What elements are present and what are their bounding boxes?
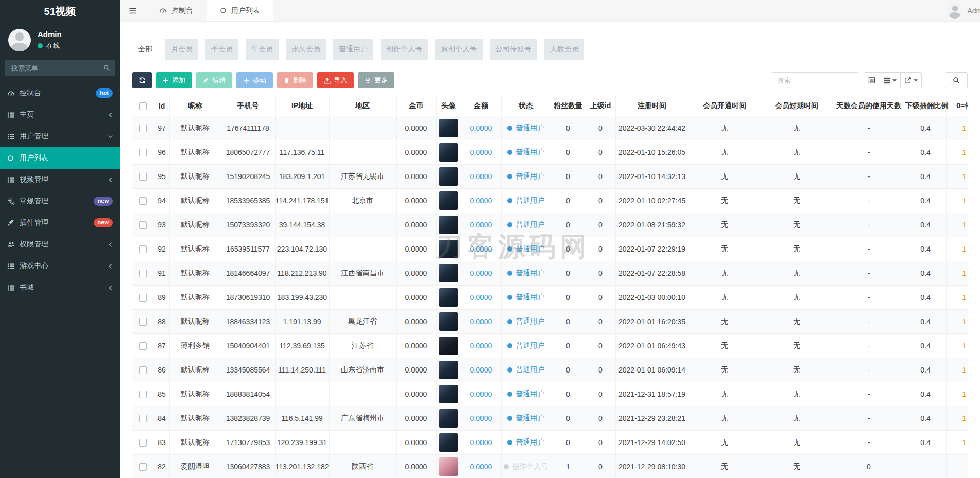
status-badge[interactable]: 普通用户 xyxy=(507,293,545,302)
user-avatar-image[interactable] xyxy=(439,433,458,452)
row-checkbox[interactable] xyxy=(139,342,147,350)
status-badge[interactable]: 普通用户 xyxy=(507,317,545,326)
amount-link[interactable]: 0.0000 xyxy=(470,342,492,350)
column-header-avatar[interactable]: 头像 xyxy=(436,96,461,116)
amount-link[interactable]: 0.0000 xyxy=(470,221,492,229)
row-checkbox[interactable] xyxy=(139,318,147,326)
column-header-days_used[interactable]: 天数会员的使用天数 xyxy=(833,96,905,116)
status-badge[interactable]: 普通用户 xyxy=(507,123,545,133)
user-avatar-image[interactable] xyxy=(439,216,458,234)
topbar-user-menu[interactable]: Admin xyxy=(947,0,980,22)
user-avatar-image[interactable] xyxy=(439,191,458,210)
column-header-id[interactable]: Id xyxy=(154,96,169,116)
status-badge[interactable]: 普通用户 xyxy=(507,341,545,350)
row-checkbox[interactable] xyxy=(139,173,147,181)
sidebar-item-game-center[interactable]: 游戏中心 xyxy=(0,255,120,277)
user-avatar-image[interactable] xyxy=(439,240,458,258)
column-header-nickname[interactable]: 昵称 xyxy=(169,96,221,116)
row-checkbox[interactable] xyxy=(139,463,147,471)
row-checkbox[interactable] xyxy=(139,270,147,277)
amount-link[interactable]: 0.0000 xyxy=(470,438,492,447)
user-avatar-image[interactable] xyxy=(439,409,458,428)
amount-link[interactable]: 0.0000 xyxy=(470,390,492,398)
amount-link[interactable]: 0.0000 xyxy=(470,463,492,471)
column-header-ip[interactable]: IP地址 xyxy=(275,96,329,116)
column-header-status[interactable]: 状态 xyxy=(501,96,551,116)
row-checkbox[interactable] xyxy=(139,125,147,132)
status-badge[interactable]: 普通用户 xyxy=(507,220,545,229)
column-header-flag[interactable]: 0=停 xyxy=(946,96,968,116)
filter-tab-3[interactable]: 年会员 xyxy=(246,39,279,60)
tab-console[interactable]: 控制台 xyxy=(146,0,207,21)
row-checkbox[interactable] xyxy=(139,294,147,302)
status-badge[interactable]: 普通用户 xyxy=(507,390,545,399)
filter-tab-2[interactable]: 季会员 xyxy=(205,39,238,60)
column-header-parent_id[interactable]: 上级id xyxy=(586,96,615,116)
column-header-commission[interactable]: 下级抽佣比例 xyxy=(905,96,946,116)
hamburger-icon[interactable] xyxy=(120,0,146,21)
user-avatar-image[interactable] xyxy=(439,264,458,282)
amount-link[interactable]: 0.0000 xyxy=(470,245,492,253)
column-header-vip_end[interactable]: 会员过期时间 xyxy=(761,96,833,116)
sidebar-item-general-mgmt[interactable]: 常规管理new xyxy=(0,190,120,212)
status-badge[interactable]: 普通用户 xyxy=(507,244,545,254)
status-badge[interactable]: 普通用户 xyxy=(507,269,545,278)
table-search-input[interactable] xyxy=(772,72,858,88)
edit-button[interactable]: 编辑 xyxy=(196,72,232,88)
status-badge[interactable]: 普通用户 xyxy=(507,196,545,205)
amount-link[interactable]: 0.0000 xyxy=(470,317,492,326)
row-checkbox[interactable] xyxy=(139,149,147,156)
status-badge[interactable]: 普通用户 xyxy=(507,414,545,423)
sidebar-item-perm-mgmt[interactable]: 权限管理 xyxy=(0,234,120,255)
column-header-phone[interactable]: 手机号 xyxy=(221,96,275,116)
user-avatar-image[interactable] xyxy=(439,143,458,162)
sidebar-search-input[interactable] xyxy=(5,60,115,76)
row-checkbox[interactable] xyxy=(139,221,147,229)
tab-user-list[interactable]: 用户列表 xyxy=(207,0,273,21)
sidebar-item-user-mgmt[interactable]: 用户管理 xyxy=(0,126,120,147)
column-header-coins[interactable]: 金币 xyxy=(396,96,436,116)
amount-link[interactable]: 0.0000 xyxy=(470,293,492,302)
status-badge[interactable]: 普通用户 xyxy=(507,148,545,157)
column-header-amount[interactable]: 金额 xyxy=(461,96,501,116)
row-checkbox[interactable] xyxy=(139,245,147,253)
sidebar-item-book-city[interactable]: 书城 xyxy=(0,277,120,298)
user-avatar-image[interactable] xyxy=(439,119,458,137)
select-all-checkbox[interactable] xyxy=(139,102,147,110)
sidebar-item-video-mgmt[interactable]: 视频管理 xyxy=(0,169,120,190)
amount-link[interactable]: 0.0000 xyxy=(470,124,492,132)
sidebar-item-home[interactable]: 主页 xyxy=(0,104,120,126)
filter-tab-7[interactable]: 原创个人号 xyxy=(435,39,483,60)
status-badge[interactable]: 普通用户 xyxy=(507,172,545,181)
filter-tab-5[interactable]: 普通用户 xyxy=(333,39,373,60)
row-checkbox[interactable] xyxy=(139,197,147,205)
filter-tab-9[interactable]: 天数会员 xyxy=(544,39,584,60)
column-header-checkbox[interactable] xyxy=(132,96,154,116)
export-button[interactable] xyxy=(900,73,921,88)
filter-tab-6[interactable]: 创作个人号 xyxy=(381,39,428,60)
status-badge[interactable]: 创作个人号 xyxy=(504,462,548,471)
user-avatar-image[interactable] xyxy=(439,312,458,331)
amount-link[interactable]: 0.0000 xyxy=(470,172,492,181)
amount-link[interactable]: 0.0000 xyxy=(470,366,492,374)
move-button[interactable]: 移动 xyxy=(236,72,273,88)
column-header-fans[interactable]: 粉丝数量 xyxy=(551,96,586,116)
columns-button[interactable] xyxy=(880,73,900,88)
sidebar-item-plugin-mgmt[interactable]: 插件管理new xyxy=(0,212,120,234)
row-checkbox[interactable] xyxy=(139,415,147,422)
user-avatar-image[interactable] xyxy=(439,361,458,379)
amount-link[interactable]: 0.0000 xyxy=(470,269,492,277)
column-header-region[interactable]: 地区 xyxy=(329,96,396,116)
column-header-vip_start[interactable]: 会员开通时间 xyxy=(689,96,761,116)
user-avatar-image[interactable] xyxy=(439,385,458,403)
add-button[interactable]: 添加 xyxy=(156,72,192,88)
sidebar-item-console[interactable]: 控制台hot xyxy=(0,82,120,104)
import-button[interactable]: 导入 xyxy=(317,72,354,88)
amount-link[interactable]: 0.0000 xyxy=(470,414,492,422)
status-badge[interactable]: 普通用户 xyxy=(507,438,545,447)
search-button[interactable] xyxy=(945,72,968,88)
sidebar-item-user-list[interactable]: 用户列表 xyxy=(0,147,120,169)
refresh-button[interactable] xyxy=(132,72,152,88)
more-button[interactable]: 更多 xyxy=(358,72,394,88)
row-checkbox[interactable] xyxy=(139,366,147,374)
